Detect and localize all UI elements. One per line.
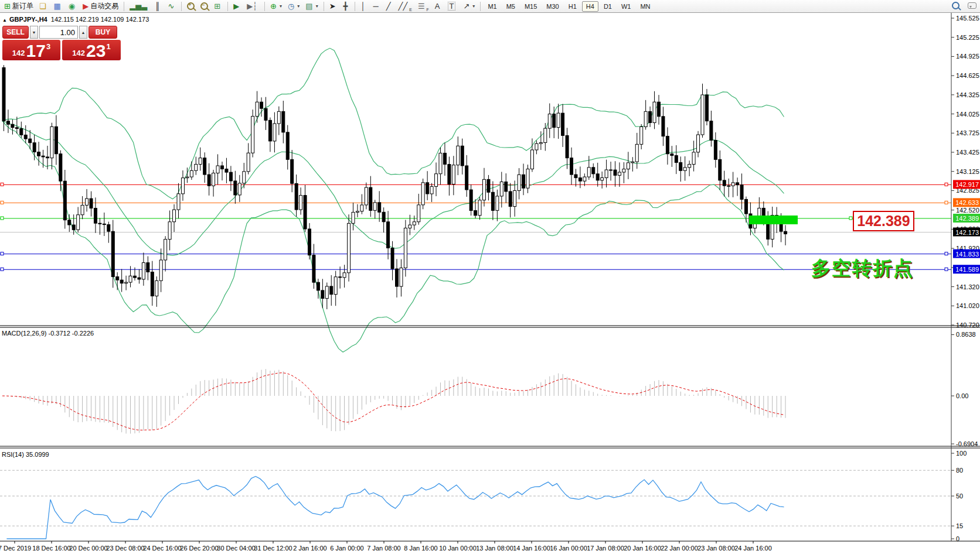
- new-chart-icon[interactable]: ▦: [52, 1, 65, 12]
- price-badge-text: 142.389: [955, 215, 979, 222]
- shapes-dropdown[interactable]: ↗▾: [461, 1, 477, 12]
- sell-price-panel[interactable]: 142 17 3: [2, 40, 60, 60]
- candle-body: [268, 120, 271, 141]
- candle-body: [653, 102, 656, 122]
- periods-dropdown-glyph: ◷: [288, 2, 294, 10]
- rsi-tick-label: 80: [956, 467, 963, 474]
- fibonacci-tool-glyph: ☰: [418, 2, 425, 10]
- candle-body: [94, 208, 97, 224]
- candlestick-mode-icon[interactable]: ║: [152, 1, 164, 12]
- timeframe-button-h1[interactable]: H1: [564, 1, 581, 12]
- vertical-line-tool[interactable]: │: [358, 1, 369, 12]
- line-left-marker[interactable]: [1, 183, 4, 186]
- candle-body: [304, 196, 307, 229]
- line-left-marker[interactable]: [1, 201, 4, 204]
- line-left-marker[interactable]: [1, 268, 4, 271]
- rsi-tick-label: 0: [956, 535, 959, 542]
- volume-up-spinner[interactable]: ▲: [79, 26, 87, 39]
- candle-body: [286, 132, 289, 159]
- tile-windows-icon[interactable]: ⊞: [212, 1, 224, 12]
- candle-body: [138, 278, 141, 279]
- search-icon[interactable]: [952, 2, 959, 9]
- line-left-marker[interactable]: [1, 217, 4, 220]
- time-label: 23 Dec 08:00: [106, 545, 144, 552]
- line-right-marker[interactable]: [945, 201, 948, 204]
- volume-input[interactable]: 1.00: [39, 26, 78, 39]
- timeframe-button-mn[interactable]: MN: [636, 1, 654, 12]
- timeframe-button-h4[interactable]: H4: [582, 1, 598, 12]
- candle-body: [300, 196, 302, 210]
- timeframe-button-m1[interactable]: M1: [484, 1, 501, 12]
- autotrading-button[interactable]: ▶自动交易: [80, 1, 121, 12]
- collapse-triangle-icon[interactable]: ▲: [2, 18, 7, 23]
- timeframe-button-m5[interactable]: M5: [502, 1, 519, 12]
- templates-dropdown[interactable]: ▤▾: [303, 1, 320, 12]
- buy-price-panel[interactable]: 142 23 1: [62, 40, 121, 60]
- profiles-icon[interactable]: ❏: [37, 1, 50, 12]
- line-right-marker[interactable]: [849, 217, 852, 220]
- candle-body: [736, 183, 739, 185]
- sell-button[interactable]: SELL: [2, 26, 29, 39]
- candle-body: [627, 163, 629, 169]
- channel-tool[interactable]: ╱╱E: [396, 1, 414, 12]
- timeframe-button-w1[interactable]: W1: [617, 1, 635, 12]
- pivot-note-text[interactable]: 多空转折点: [811, 255, 914, 282]
- timeframe-button-m15[interactable]: M15: [520, 1, 541, 12]
- time-label: 10 Jan 00:00: [439, 545, 477, 552]
- chat-icon[interactable]: [968, 2, 976, 9]
- time-label: 7 Dec 2019: [0, 545, 31, 552]
- timeframe-button-d1[interactable]: D1: [600, 1, 616, 12]
- new-order-button[interactable]: ⊞新订单: [2, 1, 36, 12]
- periods-dropdown[interactable]: ◷▾: [285, 1, 302, 12]
- zoom-out-icon[interactable]: –: [200, 2, 208, 10]
- zoom-in-icon[interactable]: +: [185, 1, 197, 12]
- bar-chart-mode-icon[interactable]: ▂▅▃: [127, 1, 151, 12]
- candle-body: [491, 192, 494, 210]
- zoom-in-icon[interactable]: +: [187, 2, 195, 10]
- candle-body: [168, 222, 171, 240]
- chevron-down-icon[interactable]: ▾: [280, 4, 282, 9]
- crosshair-tool[interactable]: ╋: [341, 1, 352, 12]
- trendline-tool[interactable]: ╱: [384, 1, 395, 12]
- chart-shift-icon[interactable]: ▶┆: [244, 1, 261, 12]
- candle-body: [29, 139, 32, 143]
- volume-down-spinner[interactable]: ▼: [30, 26, 38, 39]
- candle-body: [90, 199, 93, 208]
- text-tool[interactable]: A: [433, 1, 444, 12]
- line-chart-mode-icon[interactable]: ∿: [165, 1, 178, 12]
- candle-body: [705, 95, 708, 121]
- line-right-marker[interactable]: [945, 268, 948, 271]
- auto-scroll-icon[interactable]: ▶: [231, 1, 243, 12]
- text-tool-glyph: A: [435, 2, 440, 10]
- candle-body: [20, 129, 23, 135]
- highlight-rectangle-object[interactable]: [749, 216, 798, 224]
- chevron-down-icon[interactable]: ▾: [472, 4, 475, 9]
- fibonacci-tool[interactable]: ☰F: [416, 1, 431, 12]
- buy-button[interactable]: BUY: [89, 26, 117, 39]
- cursor-tool-glyph: ➤: [329, 2, 336, 10]
- cursor-tool[interactable]: ➤: [327, 1, 340, 12]
- price-tick-label: 145.225: [956, 34, 979, 41]
- candle-body: [714, 141, 717, 160]
- candle-body: [59, 154, 62, 181]
- zoom-out-icon[interactable]: –: [198, 1, 210, 12]
- market-watch-icon[interactable]: ◉: [66, 1, 79, 12]
- candle-body: [605, 170, 608, 178]
- line-right-marker[interactable]: [945, 183, 948, 186]
- candle-body: [120, 280, 123, 283]
- line-left-marker[interactable]: [1, 252, 4, 255]
- text-label-tool[interactable]: T: [445, 1, 460, 12]
- candle-body: [679, 163, 682, 171]
- chevron-down-icon[interactable]: ▾: [316, 4, 318, 9]
- candle-body: [658, 102, 661, 117]
- candle-body: [583, 177, 586, 181]
- candle-body: [6, 121, 9, 125]
- line-right-marker[interactable]: [945, 252, 948, 255]
- timeframe-button-m30[interactable]: M30: [542, 1, 563, 12]
- horizontal-line-tool[interactable]: ─: [371, 1, 383, 12]
- indicators-dropdown[interactable]: ⊕▾: [268, 1, 284, 12]
- price-tick-label: 145.525: [956, 15, 979, 22]
- price-callout-box[interactable]: 142.389: [853, 211, 914, 231]
- chevron-down-icon[interactable]: ▾: [297, 4, 300, 9]
- candle-body: [574, 175, 577, 178]
